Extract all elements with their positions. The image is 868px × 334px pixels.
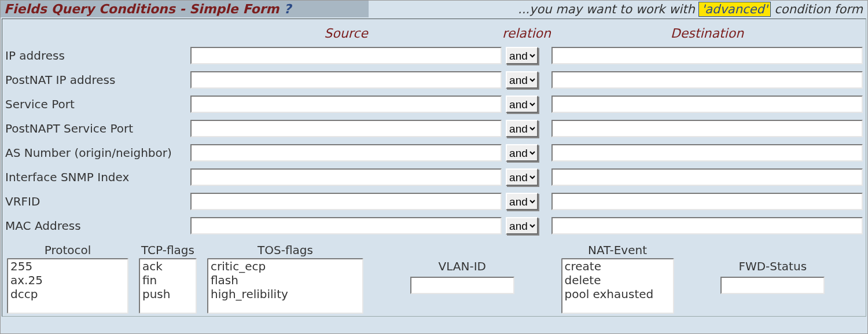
hint-suffix: condition form xyxy=(771,2,863,16)
advanced-hint: ...you may want to work with 'advanced' … xyxy=(369,2,867,16)
nat-event-opt[interactable]: create xyxy=(562,259,673,273)
rel-service-port[interactable]: and xyxy=(506,96,538,113)
form-panel: Source relation Destination IP address a… xyxy=(2,19,866,317)
rel-postnapt-port[interactable]: and xyxy=(506,120,538,137)
protocol-select[interactable]: 255 ax.25 dccp xyxy=(7,258,128,314)
tcp-flags-select[interactable]: ack fin push xyxy=(139,258,197,314)
row-vrfid: VRFID and xyxy=(5,192,863,211)
title-bar: Fields Query Conditions - Simple Form ? xyxy=(1,1,369,17)
label-as-number: AS Number (origin/neighbor) xyxy=(5,144,190,162)
label-mac-address: MAC Address xyxy=(5,216,190,235)
src-as-number[interactable] xyxy=(190,144,502,162)
tcp-flag-opt[interactable]: ack xyxy=(140,259,196,273)
col-relation: relation xyxy=(502,25,551,41)
protocol-opt[interactable]: ax.25 xyxy=(8,273,127,287)
query-conditions-panel: Fields Query Conditions - Simple Form ? … xyxy=(0,0,868,334)
src-vrfid[interactable] xyxy=(190,193,502,210)
tcp-flags-col: TCP-flags ack fin push xyxy=(139,243,197,314)
row-snmp-index: Interface SNMP Index and xyxy=(5,168,863,186)
rel-mac-address[interactable]: and xyxy=(506,217,538,234)
row-ip-address: IP address and xyxy=(5,46,863,65)
panel-title: Fields Query Conditions - Simple Form xyxy=(4,2,279,16)
tcp-flags-label: TCP-flags xyxy=(141,243,194,257)
col-source: Source xyxy=(190,25,502,41)
rel-as-number[interactable]: and xyxy=(506,144,538,162)
fwd-label: FWD-Status xyxy=(738,259,807,273)
dst-snmp-index[interactable] xyxy=(551,168,863,186)
nat-event-col: NAT-Event create delete pool exhausted xyxy=(561,243,674,314)
src-snmp-index[interactable] xyxy=(190,168,502,186)
protocol-opt[interactable]: dccp xyxy=(8,287,127,301)
tcp-flag-opt[interactable]: fin xyxy=(140,273,196,287)
vlan-col: VLAN-ID xyxy=(374,243,551,294)
fwd-input[interactable] xyxy=(720,277,825,294)
dst-service-port[interactable] xyxy=(551,96,863,113)
nat-event-opt[interactable]: pool exhausted xyxy=(562,287,673,301)
tos-flag-opt[interactable]: critic_ecp xyxy=(208,259,362,273)
src-ip-address[interactable] xyxy=(190,47,502,64)
rel-snmp-index[interactable]: and xyxy=(506,168,538,186)
dst-postnapt-port[interactable] xyxy=(551,120,863,137)
dst-ip-address[interactable] xyxy=(551,47,863,64)
tos-flags-select[interactable]: critic_ecp flash high_relibility xyxy=(207,258,363,314)
bottom-row: Protocol 255 ax.25 dccp TCP-flags ack fi… xyxy=(5,243,863,314)
src-postnat-ip[interactable] xyxy=(190,71,502,89)
protocol-label: Protocol xyxy=(45,243,91,257)
row-service-port: Service Port and xyxy=(5,95,863,113)
dst-vrfid[interactable] xyxy=(551,193,863,210)
tos-flags-col: TOS-flags critic_ecp flash high_relibili… xyxy=(207,243,363,314)
fwd-col: FWD-Status xyxy=(685,243,862,294)
tcp-flag-opt[interactable]: push xyxy=(140,287,196,301)
row-postnapt-port: PostNAPT Service Port and xyxy=(5,119,863,138)
rel-ip-address[interactable]: and xyxy=(506,47,538,64)
label-postnat-ip: PostNAT IP address xyxy=(5,71,190,89)
nat-event-select[interactable]: create delete pool exhausted xyxy=(561,258,674,314)
label-vrfid: VRFID xyxy=(5,192,190,211)
src-mac-address[interactable] xyxy=(190,217,502,234)
rel-postnat-ip[interactable]: and xyxy=(506,71,538,89)
conditions-grid: Source relation Destination IP address a… xyxy=(5,19,863,241)
advanced-link[interactable]: 'advanced' xyxy=(698,2,770,17)
rel-vrfid[interactable]: and xyxy=(506,193,538,210)
dst-postnat-ip[interactable] xyxy=(551,71,863,89)
protocol-opt[interactable]: 255 xyxy=(8,259,127,273)
vlan-label: VLAN-ID xyxy=(439,259,486,273)
dst-mac-address[interactable] xyxy=(551,217,863,234)
nat-event-opt[interactable]: delete xyxy=(562,273,673,287)
label-service-port: Service Port xyxy=(5,95,190,113)
label-snmp-index: Interface SNMP Index xyxy=(5,168,190,186)
label-postnapt-port: PostNAPT Service Port xyxy=(5,119,190,138)
row-mac-address: MAC Address and xyxy=(5,216,863,235)
hint-prefix: ...you may want to work with xyxy=(518,2,698,16)
row-postnat-ip: PostNAT IP address and xyxy=(5,71,863,89)
protocol-col: Protocol 255 ax.25 dccp xyxy=(7,243,128,314)
row-as-number: AS Number (origin/neighbor) and xyxy=(5,144,863,162)
src-postnapt-port[interactable] xyxy=(190,120,502,137)
vlan-input[interactable] xyxy=(410,277,514,294)
label-ip-address: IP address xyxy=(5,46,190,65)
col-destination: Destination xyxy=(551,25,863,41)
nat-event-label: NAT-Event xyxy=(588,243,647,257)
tos-flags-label: TOS-flags xyxy=(258,243,313,257)
header-row: Fields Query Conditions - Simple Form ? … xyxy=(1,1,867,17)
src-service-port[interactable] xyxy=(190,96,502,113)
tos-flag-opt[interactable]: flash xyxy=(208,273,362,287)
dst-as-number[interactable] xyxy=(551,144,863,162)
help-icon[interactable]: ? xyxy=(284,2,291,16)
tos-flag-opt[interactable]: high_relibility xyxy=(208,287,362,301)
